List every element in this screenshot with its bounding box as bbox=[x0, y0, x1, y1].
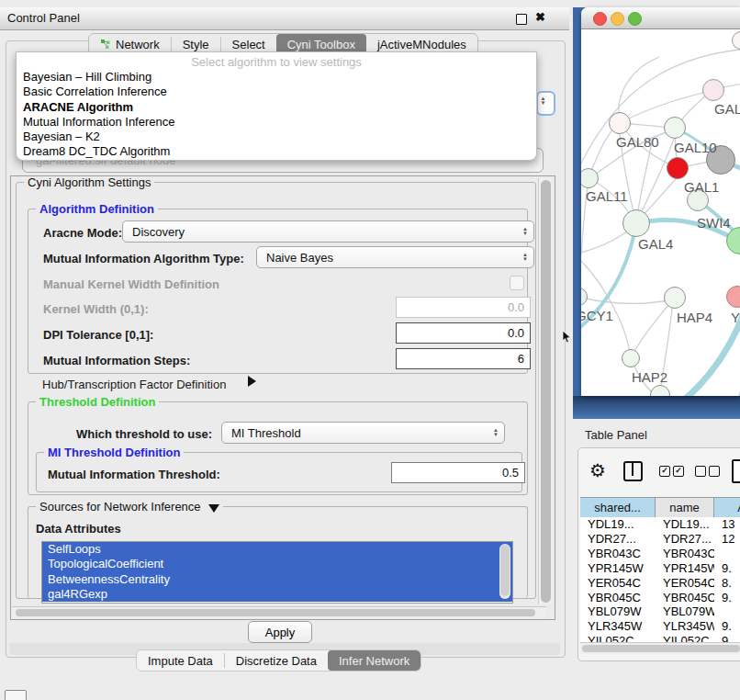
float-window-icon[interactable] bbox=[516, 14, 527, 25]
network-canvas[interactable]: GALGAL80GAL10GAL1GAL11SWI4GAL4GCY1HAP4YH… bbox=[581, 29, 740, 396]
algorithm-option[interactable]: Bayesian – Hill Climbing bbox=[17, 70, 536, 85]
table-row[interactable]: YER054CYER054C8. bbox=[580, 576, 740, 591]
settings-horizontal-scrollbar[interactable] bbox=[12, 606, 546, 618]
list-scrollbar[interactable] bbox=[499, 544, 510, 599]
network-window: GALGAL80GAL10GAL1GAL11SWI4GAL4GCY1HAP4YH… bbox=[581, 7, 740, 396]
table-cell: YBR045C bbox=[656, 591, 714, 604]
node-label: GAL10 bbox=[674, 140, 717, 155]
group-title: Sources for Network Inference bbox=[36, 500, 223, 514]
tab-label: Infer Network bbox=[339, 654, 409, 668]
table-row[interactable]: YIL052CYIL052C9. bbox=[580, 634, 740, 642]
table-row[interactable]: YBL079WYBL079W bbox=[580, 604, 740, 619]
table-cell: YBR045C bbox=[580, 591, 656, 604]
document-icon[interactable] bbox=[732, 459, 740, 483]
mi-threshold-value: 0.5 bbox=[502, 466, 519, 480]
kernel-width-value: 0.0 bbox=[508, 300, 524, 314]
node-pink-upper[interactable] bbox=[702, 79, 724, 101]
table-horizontal-scrollbar[interactable] bbox=[580, 642, 740, 654]
aracne-mode-combo[interactable]: Discovery ▲▼ bbox=[122, 220, 534, 243]
unchecked-checkbox-icon[interactable] bbox=[695, 466, 706, 477]
algorithm-combo-edge[interactable]: ▲▼ bbox=[536, 91, 555, 116]
table-cell: YER054C bbox=[656, 576, 714, 590]
algorithm-option[interactable]: ARACNE Algorithm bbox=[17, 100, 536, 115]
split-columns-icon[interactable] bbox=[623, 461, 643, 481]
checked-checkbox-icon[interactable]: ✓ bbox=[673, 466, 684, 477]
minimized-panel-button[interactable] bbox=[5, 690, 27, 700]
tab-impute-data[interactable]: Impute Data bbox=[137, 650, 224, 671]
mi-threshold-group: MI Threshold Definition Mutual Informati… bbox=[36, 452, 522, 492]
tab-label: Network bbox=[116, 38, 160, 51]
minimize-traffic-icon[interactable] bbox=[611, 12, 624, 26]
mi-type-combo[interactable]: Naive Bayes ▲▼ bbox=[256, 246, 534, 268]
control-panel-titlebar: Control Panel ✖ bbox=[0, 7, 569, 30]
table-row[interactable]: YLR345WYLR345W9. bbox=[580, 619, 740, 634]
kernel-width-field[interactable]: 0.0 bbox=[396, 297, 531, 318]
table-row[interactable]: YBR043CYBR043C bbox=[580, 547, 740, 561]
gear-icon[interactable]: ⚙ bbox=[589, 459, 606, 481]
table-cell: YPR145W bbox=[580, 561, 656, 575]
node-label: GAL80 bbox=[616, 134, 659, 150]
table-row[interactable]: YBR045CYBR045C9. bbox=[580, 591, 740, 605]
unchecked-checkbox-icon[interactable] bbox=[709, 466, 720, 477]
which-threshold-combo[interactable]: MI Threshold ▲▼ bbox=[221, 422, 505, 444]
node-GAL80[interactable] bbox=[609, 112, 631, 134]
tab-infer-network[interactable]: Infer Network bbox=[328, 650, 420, 671]
node-GAL1-red[interactable] bbox=[667, 157, 689, 179]
data-attribute-item[interactable]: TopologicalCoefficient bbox=[42, 557, 512, 571]
settings-vertical-scrollbar[interactable] bbox=[538, 178, 552, 604]
expand-arrow-icon[interactable] bbox=[248, 376, 256, 387]
algorithm-dropdown-hint: Select algorithm to view settings bbox=[17, 52, 536, 70]
dpi-tolerance-field[interactable]: 0.0 bbox=[396, 322, 531, 344]
node-GAL4[interactable] bbox=[622, 209, 650, 237]
algorithm-option[interactable]: Mutual Information Inference bbox=[17, 115, 536, 130]
table-header[interactable]: shared...nameA bbox=[580, 497, 740, 518]
column-header-A[interactable]: A bbox=[714, 498, 740, 517]
group-title: Cyni Algorithm Settings bbox=[24, 175, 154, 189]
node-label: HAP4 bbox=[677, 310, 712, 325]
algorithm-option[interactable]: Bayesian – K2 bbox=[17, 130, 536, 144]
mi-steps-field[interactable]: 6 bbox=[396, 348, 531, 369]
mi-threshold-field[interactable]: 0.5 bbox=[391, 462, 525, 483]
data-attribute-item[interactable]: SelfLoops bbox=[42, 542, 512, 557]
column-header-name[interactable]: name bbox=[656, 498, 714, 517]
table-cell: YBL079W bbox=[656, 604, 714, 618]
checked-checkbox-icon[interactable]: ✓ bbox=[659, 466, 670, 477]
data-attributes-list[interactable]: SelfLoopsTopologicalCoefficientBetweenne… bbox=[41, 541, 513, 604]
table-panel-title: Table Panel bbox=[585, 428, 647, 442]
node-HAP2[interactable] bbox=[622, 349, 640, 367]
tab-discretize-data[interactable]: Discretize Data bbox=[225, 650, 328, 671]
node-label: GCY1 bbox=[581, 308, 613, 323]
aracne-mode-value: Discovery bbox=[132, 225, 185, 239]
manual-kernel-checkbox[interactable] bbox=[510, 276, 524, 290]
table-cell: YDR27... bbox=[656, 532, 714, 546]
node-label: GAL4 bbox=[638, 236, 673, 252]
table-cell: YDL19... bbox=[656, 517, 714, 531]
table-row[interactable]: YPR145WYPR145W9. bbox=[580, 561, 740, 576]
apply-button[interactable]: Apply bbox=[248, 621, 312, 643]
network-window-titlebar[interactable] bbox=[581, 7, 740, 29]
sources-title: Sources for Network Inference bbox=[39, 500, 201, 514]
dpi-tolerance-value: 0.0 bbox=[508, 326, 524, 340]
network-icon bbox=[100, 39, 111, 50]
column-header-shared-[interactable]: shared... bbox=[580, 498, 656, 517]
manual-kernel-label: Manual Kernel Width Definition bbox=[43, 277, 219, 291]
node-HAP4[interactable] bbox=[664, 287, 686, 309]
algorithm-option[interactable]: Basic Correlation Inference bbox=[17, 85, 536, 99]
close-icon[interactable]: ✖ bbox=[535, 10, 545, 24]
table-rows[interactable]: YDL19...YDL19...13YDR27...YDR27...12YBR0… bbox=[580, 517, 740, 642]
hub-section-label: Hub/Transcription Factor Definition bbox=[42, 378, 226, 391]
mi-steps-value: 6 bbox=[518, 352, 524, 366]
algorithm-definition-group: Algorithm Definition Aracne Mode: Discov… bbox=[28, 209, 528, 374]
close-traffic-icon[interactable] bbox=[593, 12, 607, 26]
table-cell: YLR345W bbox=[656, 619, 714, 633]
table-row[interactable]: YDR27...YDR27...12 bbox=[580, 532, 740, 547]
node-GAL10[interactable] bbox=[664, 117, 686, 139]
tab-label: jActiveMNodules bbox=[377, 38, 466, 51]
group-title: Threshold Definition bbox=[36, 395, 159, 409]
collapse-arrow-icon[interactable] bbox=[208, 504, 219, 513]
data-attribute-item[interactable]: BetweennessCentrality bbox=[42, 572, 512, 587]
algorithm-option[interactable]: Dream8 DC_TDC Algorithm bbox=[17, 144, 536, 159]
table-row[interactable]: YDL19...YDL19...13 bbox=[580, 517, 740, 532]
data-attribute-item[interactable]: gal4RGexp bbox=[42, 587, 512, 602]
zoom-traffic-icon[interactable] bbox=[628, 12, 642, 26]
